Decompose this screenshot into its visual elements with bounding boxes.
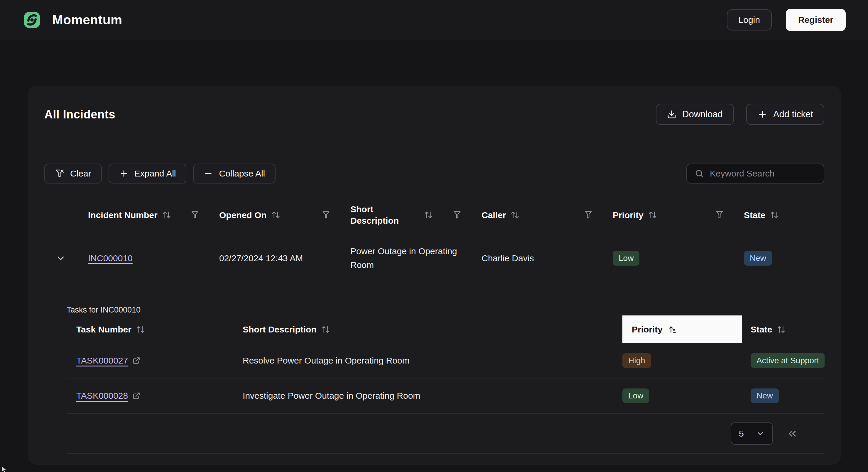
header-label: Short Description [350,203,419,226]
header-task-priority-wrapper: Priority [613,315,741,343]
card-header: All Incidents Download Add ticket [44,104,824,125]
task-link[interactable]: TASK000028 [76,391,128,401]
header-priority[interactable]: Priority [613,209,744,221]
filter-funnel-icon[interactable] [453,210,462,220]
task-number-cell: TASK000028 [67,391,233,401]
header-label: Incident Number [88,209,158,221]
add-ticket-label: Add ticket [773,109,813,120]
task-row: TASK000028 Investigate Power Outage in O… [67,378,825,414]
clear-filters-button[interactable]: Clear [44,164,102,183]
expand-all-button[interactable]: Expand All [108,164,187,183]
header-incident-number[interactable]: Incident Number [88,209,219,221]
header-label: Priority [632,325,662,335]
register-button[interactable]: Register [786,9,846,31]
task-row: TASK000027 Resolve Power Outage in Opera… [67,343,825,378]
incident-number-cell: INC000010 [88,253,219,263]
mouse-cursor [1,466,8,472]
download-icon [667,110,676,119]
task-short-description-cell: Investigate Power Outage in Operating Ro… [233,391,613,401]
search-icon [694,169,704,178]
external-link-icon [133,392,140,400]
sort-icon[interactable] [424,210,433,219]
brand-name: Momentum [52,12,122,27]
priority-badge: Low [613,251,640,266]
priority-badge: High [622,353,651,368]
task-number: TASK000027 [76,356,128,366]
opened-on-cell: 02/27/2024 12:43 AM [219,253,350,263]
card-actions: Download Add ticket [656,104,824,125]
collapse-all-button[interactable]: Collapse All [193,164,276,183]
filter-toolbar: Clear Expand All Collapse All [44,164,824,183]
header-short-description[interactable]: Short Description [350,203,482,226]
task-priority-cell: High [613,353,741,368]
task-number: TASK000028 [76,391,128,401]
header-label: Priority [613,209,644,221]
sort-icon[interactable] [272,210,280,219]
incidents-card: All Incidents Download Add ticket C [28,86,841,465]
tasks-header-row: Task Number Short Description Priority S… [67,315,825,343]
minus-icon [204,169,213,178]
collapse-all-label: Collapse All [219,169,265,178]
sort-icon[interactable] [162,210,171,219]
header-label: State [744,209,765,221]
login-button[interactable]: Login [727,9,772,31]
header-task-short-description[interactable]: Short Description [233,325,613,335]
download-button[interactable]: Download [656,104,734,125]
task-state-cell: New [741,389,825,403]
chevron-down-icon [756,429,765,438]
header-label: Short Description [243,325,317,335]
incident-link[interactable]: INC000010 [88,253,133,263]
header-label: State [751,325,772,335]
incidents-header-row: Incident Number Opened On Short Descript… [44,197,824,233]
page-size-select[interactable]: 5 [731,423,773,445]
sort-icon[interactable] [770,210,779,219]
plus-icon [757,109,767,119]
clear-label: Clear [70,169,91,178]
expand-all-label: Expand All [134,169,176,178]
double-chevron-left-icon [786,428,798,439]
header-opened-on[interactable]: Opened On [219,209,350,221]
navbar: Momentum Login Register [0,0,868,40]
tasks-pagination: 5 [67,414,825,454]
header-task-state[interactable]: State [741,325,825,335]
state-badge: New [744,251,772,266]
page-title: All Incidents [44,108,115,121]
short-description-cell: Power Outage in Operating Room [350,244,482,272]
tasks-panel-title: Tasks for INC000010 [67,305,825,314]
sort-icon[interactable] [510,210,519,219]
page-size-value: 5 [739,429,744,439]
priority-badge: Low [622,389,649,403]
sort-icon[interactable] [648,210,657,219]
priority-cell: Low [613,251,744,266]
filter-funnel-icon[interactable] [190,210,199,220]
sort-icon[interactable] [136,325,145,334]
first-page-button[interactable] [786,428,798,439]
add-ticket-button[interactable]: Add ticket [746,104,824,125]
row-expander-chevron-down-icon[interactable] [44,253,88,264]
nav-actions: Login Register [727,9,846,31]
state-badge: New [751,389,779,403]
task-link[interactable]: TASK000027 [76,356,128,366]
caller-cell: Charlie Davis [482,253,613,263]
header-task-priority-highlighted[interactable]: Priority [622,315,742,343]
sort-ascending-icon [668,325,677,334]
brand[interactable]: Momentum [22,10,122,30]
header-label: Caller [482,209,506,221]
header-label: Task Number [76,325,131,335]
keyword-search-input[interactable] [710,169,816,178]
header-caller[interactable]: Caller [482,209,613,221]
sort-icon[interactable] [777,325,785,334]
plus-icon [119,169,128,178]
header-state[interactable]: State [744,209,824,221]
momentum-logo-icon [22,10,42,30]
task-number-cell: TASK000027 [67,356,233,366]
funnel-x-icon [55,169,64,178]
filter-funnel-icon[interactable] [715,210,724,220]
filter-funnel-icon[interactable] [321,210,331,220]
keyword-search-box [686,164,824,183]
task-short-description-cell: Resolve Power Outage in Operating Room [233,356,613,366]
filter-funnel-icon[interactable] [584,210,593,220]
sort-icon[interactable] [321,325,330,334]
task-state-cell: Active at Support [741,343,825,378]
header-task-number[interactable]: Task Number [67,325,233,335]
